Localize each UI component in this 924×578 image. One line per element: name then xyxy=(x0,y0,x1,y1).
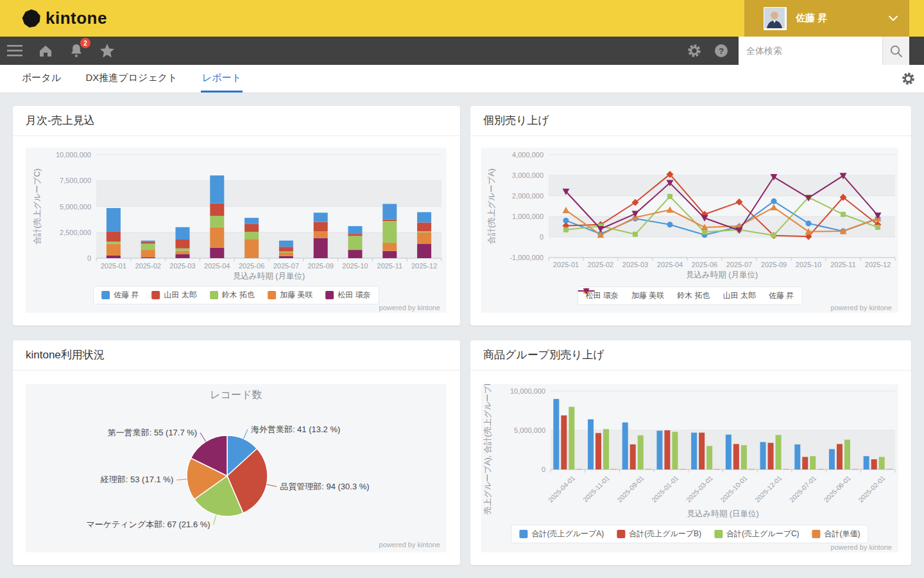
svg-text:2025-07: 2025-07 xyxy=(726,261,752,268)
legend-swatch xyxy=(151,291,160,299)
hamburger-menu-icon[interactable] xyxy=(6,42,23,59)
legend-item[interactable]: 山田 太郎 xyxy=(151,290,196,301)
svg-text:見込み時期 (月単位): 見込み時期 (月単位) xyxy=(686,270,758,279)
search-input[interactable] xyxy=(739,37,882,65)
svg-text:売上グループA), 合計(売上グループB), 合計(売: 売上グループA), 合計(売上グループB), 合計(売 xyxy=(483,384,492,514)
legend-label: 佐藤 昇 xyxy=(114,290,139,301)
svg-text:2025-02: 2025-02 xyxy=(135,262,161,270)
svg-text:0: 0 xyxy=(87,254,91,262)
svg-text:5,000,000: 5,000,000 xyxy=(514,426,545,434)
svg-text:2025-09: 2025-09 xyxy=(761,261,787,268)
chevron-down-icon xyxy=(889,15,898,21)
svg-text:5,000,000: 5,000,000 xyxy=(60,203,91,211)
svg-text:第一営業部: 55 (17.7 %): 第一営業部: 55 (17.7 %) xyxy=(108,428,197,437)
search-button[interactable] xyxy=(882,37,909,65)
legend-item[interactable]: 加藤 美咲 xyxy=(631,290,664,301)
legend-item[interactable]: 合計(売上グループC) xyxy=(714,529,800,539)
legend-label: 合計(売上グループC) xyxy=(726,529,800,539)
svg-text:2025-12: 2025-12 xyxy=(411,262,437,270)
avatar xyxy=(764,7,787,30)
favorites-star-icon[interactable] xyxy=(99,42,116,59)
nav-strip xyxy=(909,37,924,65)
svg-text:2025-09: 2025-09 xyxy=(308,262,334,270)
legend-item[interactable]: 鈴木 拓也 xyxy=(210,290,255,301)
svg-text:2025-11: 2025-11 xyxy=(377,262,403,270)
svg-text:2025-04: 2025-04 xyxy=(657,261,683,268)
legend-label: 鈴木 拓也 xyxy=(677,290,710,301)
legend-swatch xyxy=(617,530,625,538)
legend-label: 山田 太郎 xyxy=(723,290,756,301)
stacked-bar-chart-widget: 02,500,0005,000,0007,500,00010,000,00020… xyxy=(26,148,447,313)
svg-text:2025-03: 2025-03 xyxy=(169,262,195,270)
svg-text:4,000,000: 4,000,000 xyxy=(512,151,543,159)
legend-item[interactable]: 佐藤 昇 xyxy=(769,290,794,301)
chart-legend: 松田 環奈加藤 美咲鈴木 拓也山田 太郎佐藤 昇 xyxy=(578,286,803,305)
line-chart-widget: -1,000,00001,000,0002,000,0003,000,0004,… xyxy=(481,148,898,313)
notification-bell-icon[interactable]: 2 xyxy=(68,42,85,59)
kintone-logo[interactable]: kintone xyxy=(22,8,107,28)
tab-settings-gear-icon[interactable] xyxy=(902,72,915,88)
grouped-bar-chart-widget: 05,000,00010,000,0002025-04-012025-11-01… xyxy=(481,384,898,552)
svg-text:2025-06-01: 2025-06-01 xyxy=(822,474,852,504)
legend-item[interactable]: 合計(売上グループA) xyxy=(519,529,604,539)
user-menu[interactable]: 佐藤 昇 xyxy=(744,0,909,37)
legend-label: 山田 太郎 xyxy=(164,290,196,301)
svg-text:2025-04: 2025-04 xyxy=(204,262,230,270)
tab-dx-project[interactable]: DX推進プロジェクト xyxy=(85,65,179,92)
panel-title: 商品グループ別売り上げ xyxy=(470,340,911,371)
svg-text:合計(売上グループC): 合計(売上グループC) xyxy=(33,168,42,245)
svg-text:2025-12-01: 2025-12-01 xyxy=(753,474,783,504)
legend-item[interactable]: 合計(単価) xyxy=(812,529,860,539)
svg-text:2025-06: 2025-06 xyxy=(692,261,717,268)
svg-text:2025-03-01: 2025-03-01 xyxy=(685,474,715,504)
powered-by-kintone: powered by kintone xyxy=(831,304,892,311)
panel-sales-by-product-group: 商品グループ別売り上げ 05,000,00010,000,0002025-04-… xyxy=(470,340,911,565)
legend-label: 鈴木 拓也 xyxy=(222,290,255,301)
svg-text:0: 0 xyxy=(542,466,545,473)
svg-text:10,000,000: 10,000,000 xyxy=(56,151,91,159)
legend-item[interactable]: 松田 環奈 xyxy=(326,290,371,301)
help-icon[interactable]: ? xyxy=(713,42,730,59)
svg-text:2025-01: 2025-01 xyxy=(553,261,579,268)
legend-item[interactable]: 加藤 美咲 xyxy=(268,290,312,301)
svg-text:-1,000,000: -1,000,000 xyxy=(509,254,543,261)
svg-text:海外営業部: 41 (13.2 %): 海外営業部: 41 (13.2 %) xyxy=(251,425,340,434)
legend-item[interactable]: 鈴木 拓也 xyxy=(677,290,710,301)
home-icon[interactable] xyxy=(37,42,54,59)
nav-right: ? xyxy=(686,37,924,65)
legend-swatch xyxy=(101,291,110,299)
legend-item[interactable]: 山田 太郎 xyxy=(723,290,756,301)
kintone-logo-icon xyxy=(22,9,41,28)
legend-swatch xyxy=(210,291,218,299)
legend-item[interactable]: 合計(売上グループB) xyxy=(617,529,701,539)
tab-report[interactable]: レポート xyxy=(201,65,243,92)
user-name: 佐藤 昇 xyxy=(796,12,889,24)
tab-portal[interactable]: ポータル xyxy=(21,65,62,92)
legend-label: 佐藤 昇 xyxy=(769,290,794,301)
svg-text:2025-11: 2025-11 xyxy=(830,261,856,268)
legend-swatch xyxy=(812,530,821,538)
app-header: kintone 佐藤 昇 xyxy=(0,0,924,37)
panel-individual-sales: 個別売り上げ -1,000,00001,000,0002,000,0003,00… xyxy=(470,106,911,326)
panel-kintone-usage: kintone利用状況 レコード数海外営業部: 41 (13.2 %)品質管理部… xyxy=(13,340,460,565)
legend-item[interactable]: 佐藤 昇 xyxy=(101,290,139,301)
svg-text:2025-07-01: 2025-07-01 xyxy=(788,474,818,504)
chart-legend: 合計(売上グループA)合計(売上グループB)合計(売上グループC)合計(単価) xyxy=(511,525,868,543)
legend-label: 加藤 美咲 xyxy=(631,290,664,301)
pie-chart-widget: レコード数海外営業部: 41 (13.2 %)品質管理部: 94 (30.3 %… xyxy=(26,384,447,552)
svg-text:2025-10: 2025-10 xyxy=(342,262,368,270)
settings-gear-icon[interactable] xyxy=(686,42,703,59)
legend-label: 合計(売上グループB) xyxy=(629,529,701,539)
portal-tab-bar: ポータル DX推進プロジェクト レポート xyxy=(0,65,924,93)
legend-swatch xyxy=(519,530,527,538)
svg-text:10,000,000: 10,000,000 xyxy=(510,387,545,395)
search-icon xyxy=(889,44,903,58)
logo-text: kintone xyxy=(46,8,107,28)
svg-text:経理部: 53 (17.1 %): 経理部: 53 (17.1 %) xyxy=(100,475,173,484)
svg-text:2025-07: 2025-07 xyxy=(273,262,299,270)
powered-by-kintone: powered by kintone xyxy=(379,304,440,311)
legend-swatch xyxy=(326,291,334,299)
pie-chart-svg: レコード数海外営業部: 41 (13.2 %)品質管理部: 94 (30.3 %… xyxy=(26,384,447,552)
svg-text:3,000,000: 3,000,000 xyxy=(512,171,543,179)
notification-badge: 2 xyxy=(80,38,90,48)
